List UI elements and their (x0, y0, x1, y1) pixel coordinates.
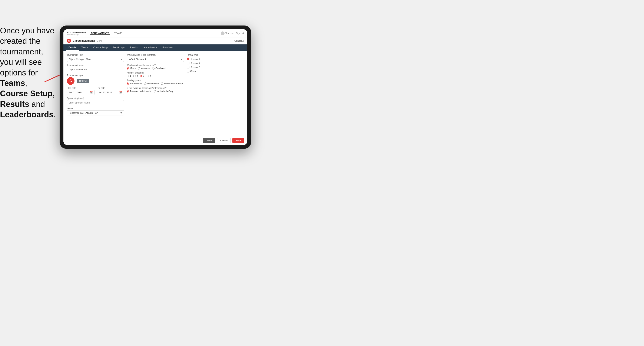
form-col-3: Format type 5 count 4 6 count 4 6 count … (187, 54, 244, 115)
gender-radio-group: Mens Womens Combined (127, 67, 184, 69)
nav-teams[interactable]: TEAMS (114, 32, 123, 35)
format-label: Format type (187, 54, 244, 56)
venue-select[interactable]: Peachtree GC - Atlanta - GA (67, 110, 124, 115)
logo-upload-area: C Upload (67, 77, 124, 85)
gender-womens[interactable]: Womens (138, 67, 150, 69)
scoring-match[interactable]: Match Play (144, 82, 159, 85)
upload-button[interactable]: Upload (76, 79, 89, 83)
logo-powered: Powered by clippd (67, 34, 86, 35)
host-group: Tournament Host Clippd College - Men (67, 54, 124, 62)
scoring-label: Scoring system (127, 79, 184, 82)
host-select[interactable]: Clippd College - Men (67, 57, 124, 62)
start-date-wrapper: 📅 (67, 90, 94, 95)
end-date-label: End date (96, 87, 124, 89)
cancel-button[interactable]: Cancel (217, 138, 231, 143)
calendar-icon-end: 📅 (119, 91, 122, 94)
sponsor-input[interactable] (67, 100, 124, 105)
rounds-2[interactable]: 2 (133, 75, 138, 77)
nav-tournaments[interactable]: TOURNAMENTS (90, 32, 110, 35)
start-date-group: Start date 📅 (67, 87, 94, 95)
tab-results[interactable]: Results (128, 44, 140, 51)
name-label: Tournament name (67, 64, 124, 66)
logo-area: SCOREBOARD Powered by clippd (67, 31, 86, 35)
logo-label: Tournament logo (67, 74, 124, 76)
user-avatar (221, 31, 224, 35)
rounds-label: Number of rounds (127, 72, 184, 74)
tournament-icon: C (67, 39, 71, 43)
sponsor-label: Sponsor (optional) (67, 97, 124, 99)
tab-leaderboards[interactable]: Leaderboards (140, 44, 160, 51)
top-nav: SCOREBOARD Powered by clippd TOURNAMENTS… (64, 29, 247, 37)
teams-group: Is this event for Teams and/or Individua… (127, 87, 184, 92)
save-button[interactable]: Save (232, 138, 244, 143)
logo-group: Tournament logo C Upload (67, 74, 124, 85)
gender-combined[interactable]: Combined (152, 67, 166, 69)
format-group: Format type 5 count 4 6 count 4 6 count … (187, 54, 244, 72)
rounds-1[interactable]: 1 (127, 75, 131, 77)
tournament-subtitle: (Men) (96, 39, 102, 42)
teams-label: Is this event for Teams and/or Individua… (127, 87, 184, 89)
tab-details[interactable]: Details (66, 44, 79, 51)
rounds-radio-group: 1 2 3 4 (127, 75, 184, 77)
form-col-2: Which division is the event for? NCAA Di… (127, 54, 184, 115)
format-other-label[interactable]: Other (190, 70, 196, 72)
end-date-group: End date 📅 (96, 87, 124, 95)
tab-bar: Details Teams Course Setup Tee Groups Re… (64, 44, 247, 51)
individuals-only[interactable]: Individuals Only (154, 90, 174, 92)
division-label: Which division is the event for? (127, 54, 184, 56)
start-date-label: Start date (67, 87, 94, 89)
format-6count5[interactable]: 6 count 5 (187, 66, 244, 68)
calendar-icon-start: 📅 (90, 91, 93, 94)
gender-group: Which gender is the event for? Mens Wome… (127, 64, 184, 69)
scoring-group: Scoring system Stroke Play Match Play Me… (127, 79, 184, 85)
tab-printables[interactable]: Printables (160, 44, 175, 51)
tournament-name-input[interactable] (67, 67, 124, 72)
gender-label: Which gender is the event for? (127, 64, 184, 66)
logo-circle: C (67, 77, 74, 85)
user-label[interactable]: Test User | Sign out (226, 32, 244, 34)
tournament-name-group: Tournament name (67, 64, 124, 72)
division-select[interactable]: NCAA Division III (127, 57, 184, 62)
format-other[interactable] (187, 70, 190, 72)
venue-group: Venue Peachtree GC - Atlanta - GA (67, 107, 124, 115)
host-label: Tournament Host (67, 54, 124, 56)
cancel-x-button[interactable]: Cancel X (234, 39, 244, 42)
instruction-text: Once you have created the tournament, yo… (0, 25, 55, 120)
user-area: Test User | Sign out (221, 31, 244, 35)
tab-tee-groups[interactable]: Tee Groups (110, 44, 128, 51)
main-content: Tournament Host Clippd College - Men Tou… (64, 51, 247, 136)
nav-links: TOURNAMENTS TEAMS (90, 32, 220, 35)
tablet-screen: SCOREBOARD Powered by clippd TOURNAMENTS… (64, 29, 247, 145)
tournament-header: C Clippd Invitational (Men) Cancel X (64, 37, 247, 44)
tab-teams[interactable]: Teams (79, 44, 91, 51)
form-grid: Tournament Host Clippd College - Men Tou… (67, 54, 244, 115)
tab-course-setup[interactable]: Course Setup (91, 44, 110, 51)
delete-button[interactable]: Delete (202, 138, 216, 143)
scoring-radio-group: Stroke Play Match Play Medal Match Play (127, 82, 184, 85)
division-group: Which division is the event for? NCAA Di… (127, 54, 184, 62)
teams-plus-individuals[interactable]: Teams (+Individuals) (127, 90, 151, 92)
format-6count4[interactable]: 6 count 4 (187, 62, 244, 64)
teams-radio-group: Teams (+Individuals) Individuals Only (127, 90, 184, 92)
form-col-1: Tournament Host Clippd College - Men Tou… (67, 54, 124, 115)
rounds-group: Number of rounds 1 2 3 (127, 72, 184, 77)
scoring-medal[interactable]: Medal Match Play (161, 82, 182, 85)
rounds-4[interactable]: 4 (147, 75, 151, 77)
venue-label: Venue (67, 107, 124, 110)
tablet-frame: SCOREBOARD Powered by clippd TOURNAMENTS… (60, 25, 251, 149)
scoring-stroke[interactable]: Stroke Play (127, 82, 142, 85)
rounds-3[interactable]: 3 (140, 75, 144, 77)
logo-scoreboard: SCOREBOARD (67, 31, 86, 34)
gender-mens[interactable]: Mens (127, 67, 136, 69)
tournament-title: Clippd Invitational (73, 39, 95, 42)
format-5count4[interactable]: 5 count 4 (187, 58, 244, 60)
action-bar: Delete Cancel Save (64, 136, 247, 145)
end-date-wrapper: 📅 (96, 90, 124, 95)
sponsor-group: Sponsor (optional) (67, 97, 124, 105)
